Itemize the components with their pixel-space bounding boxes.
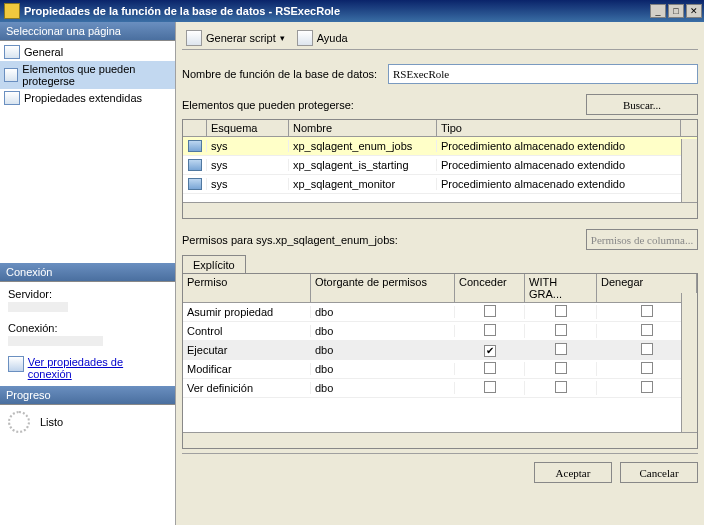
permission-row[interactable]: Controldbo: [183, 322, 697, 341]
perm-name: Ver definición: [183, 382, 311, 394]
checkbox[interactable]: [641, 305, 653, 317]
page-list: GeneralElementos que pueden protegersePr…: [0, 41, 175, 263]
row-icon-cell: [183, 140, 207, 152]
perm-grantor: dbo: [311, 325, 455, 337]
window-title: Propiedades de la función de la base de …: [24, 5, 648, 17]
generate-script-button[interactable]: Generar script: [182, 28, 289, 48]
perm-hscrollbar[interactable]: [183, 432, 697, 448]
perm-grantor: dbo: [311, 382, 455, 394]
grid-header-type[interactable]: Tipo: [437, 120, 681, 136]
securables-label: Elementos que pueden protegerse:: [182, 99, 354, 111]
sidebar-page-item[interactable]: General: [0, 43, 175, 61]
tab-explicit[interactable]: Explícito: [182, 255, 246, 274]
permission-row[interactable]: Ejecutardbo✔: [183, 341, 697, 360]
row-icon-cell: [183, 159, 207, 171]
grid-header-icon[interactable]: [183, 120, 207, 136]
securables-grid-body: sysxp_sqlagent_enum_jobsProcedimiento al…: [183, 137, 697, 194]
progress-spinner-icon: [8, 411, 30, 433]
row-schema: sys: [207, 140, 289, 152]
permission-row[interactable]: Asumir propiedaddbo: [183, 303, 697, 322]
permission-row[interactable]: Ver definicióndbo: [183, 379, 697, 398]
checkbox[interactable]: [555, 362, 567, 374]
toolbar: Generar script Ayuda: [182, 26, 698, 50]
page-icon: [4, 91, 20, 105]
row-name: xp_sqlagent_monitor: [289, 178, 437, 190]
generate-script-label: Generar script: [206, 32, 276, 44]
securables-row[interactable]: sysxp_sqlagent_monitorProcedimiento alma…: [183, 175, 697, 194]
permissions-label: Permisos para sys.xp_sqlagent_enum_jobs:: [182, 234, 398, 246]
permissions-grid: Permiso Otorgante de permisos Conceder W…: [182, 273, 698, 449]
checkbox[interactable]: [641, 343, 653, 355]
row-schema: sys: [207, 178, 289, 190]
perm-withgrant-cell: [525, 305, 597, 319]
checkbox[interactable]: [484, 324, 496, 336]
checkbox[interactable]: [555, 324, 567, 336]
checkbox[interactable]: [484, 362, 496, 374]
sidebar-page-item[interactable]: Propiedades extendidas: [0, 89, 175, 107]
perm-grant-cell: [455, 305, 525, 319]
grid-hscrollbar[interactable]: [183, 202, 697, 218]
checkbox[interactable]: [484, 305, 496, 317]
perm-header-grant[interactable]: Conceder: [455, 274, 525, 302]
checkbox[interactable]: [555, 381, 567, 393]
row-icon-cell: [183, 178, 207, 190]
maximize-button[interactable]: □: [668, 4, 684, 18]
checkbox[interactable]: [641, 362, 653, 374]
perm-name: Asumir propiedad: [183, 306, 311, 318]
titlebar: Propiedades de la función de la base de …: [0, 0, 704, 22]
select-page-header: Seleccionar una página: [0, 22, 175, 41]
close-button[interactable]: ✕: [686, 4, 702, 18]
permissions-grid-body: Asumir propiedaddboControldboEjecutardbo…: [183, 303, 697, 398]
perm-vscrollbar[interactable]: [681, 293, 697, 432]
row-type: Procedimiento almacenado extendido: [437, 178, 697, 190]
role-name-row: Nombre de función de la base de datos:: [182, 64, 698, 84]
server-value: [8, 302, 68, 312]
role-name-input[interactable]: [388, 64, 698, 84]
perm-grantor: dbo: [311, 306, 455, 318]
permissions-tabs: Explícito: [182, 254, 698, 273]
role-name-label: Nombre de función de la base de datos:: [182, 68, 388, 80]
connection-value: [8, 336, 103, 346]
page-item-label: Elementos que pueden protegerse: [22, 63, 171, 87]
script-icon: [186, 30, 202, 46]
cancel-button[interactable]: Cancelar: [620, 462, 698, 483]
help-button[interactable]: Ayuda: [293, 28, 352, 48]
checkbox[interactable]: [641, 381, 653, 393]
row-name: xp_sqlagent_enum_jobs: [289, 140, 437, 152]
dialog-footer: Aceptar Cancelar: [182, 453, 698, 483]
sidebar-page-item[interactable]: Elementos que pueden protegerse: [0, 61, 175, 89]
perm-withgrant-cell: [525, 343, 597, 357]
server-label: Servidor:: [8, 288, 167, 300]
checkbox[interactable]: ✔: [484, 345, 496, 357]
checkbox[interactable]: [555, 343, 567, 355]
perm-header-grantor[interactable]: Otorgante de permisos: [311, 274, 455, 302]
search-button[interactable]: Buscar...: [586, 94, 698, 115]
perm-grantor: dbo: [311, 344, 455, 356]
perm-header-withgrant[interactable]: WITH GRA...: [525, 274, 597, 302]
permission-row[interactable]: Modificardbo: [183, 360, 697, 379]
view-connection-props-link[interactable]: Ver propiedades de conexión: [28, 356, 167, 380]
checkbox[interactable]: [641, 324, 653, 336]
perm-name: Control: [183, 325, 311, 337]
row-type: Procedimiento almacenado extendido: [437, 140, 697, 152]
perm-grant-cell: [455, 324, 525, 338]
checkbox[interactable]: [484, 381, 496, 393]
proc-icon: [188, 159, 202, 171]
grid-header-name[interactable]: Nombre: [289, 120, 437, 136]
grid-header-schema[interactable]: Esquema: [207, 120, 289, 136]
connection-body: Servidor: Conexión: Ver propiedades de c…: [0, 282, 175, 386]
perm-name: Modificar: [183, 363, 311, 375]
main-area: Seleccionar una página GeneralElementos …: [0, 22, 704, 525]
minimize-button[interactable]: _: [650, 4, 666, 18]
connection-label: Conexión:: [8, 322, 167, 334]
row-schema: sys: [207, 159, 289, 171]
ok-button[interactable]: Aceptar: [534, 462, 612, 483]
perm-grant-cell: ✔: [455, 344, 525, 357]
perm-header-permission[interactable]: Permiso: [183, 274, 311, 302]
securables-row[interactable]: sysxp_sqlagent_is_startingProcedimiento …: [183, 156, 697, 175]
help-icon: [297, 30, 313, 46]
checkbox[interactable]: [555, 305, 567, 317]
securables-row[interactable]: sysxp_sqlagent_enum_jobsProcedimiento al…: [183, 137, 697, 156]
grid-vscrollbar[interactable]: [681, 139, 697, 202]
row-type: Procedimiento almacenado extendido: [437, 159, 697, 171]
